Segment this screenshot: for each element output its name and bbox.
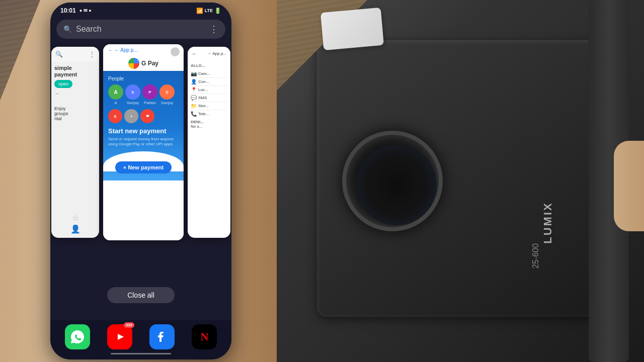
right-card-content: ALLO... 📷 Cam... 👤 Con... 📍 Loc...	[188, 60, 230, 132]
avatar-Pallabi: P Pallabi	[142, 84, 157, 105]
facebook-icon[interactable]	[149, 324, 175, 349]
deny-label: DENI...	[191, 120, 227, 124]
avatar-red2[interactable]: ❤	[140, 109, 154, 123]
search-bar[interactable]: 🔍 Search ⋮	[56, 20, 225, 39]
camera-body: LUMIX 25-600	[317, 40, 619, 317]
netflix-icon[interactable]: N	[192, 324, 217, 349]
simple-line2: payment	[54, 71, 77, 77]
sms-label: SMS	[198, 96, 207, 100]
card-on-table	[320, 8, 384, 50]
avatar-sanjoy-icon[interactable]: S	[159, 84, 175, 100]
dock-netflix[interactable]: N	[192, 324, 217, 349]
gpay-logo-row: G Pay	[103, 56, 184, 71]
gpay-blue-section: People A A S Sanjay	[103, 71, 184, 180]
avatar-A-name: A	[114, 101, 117, 105]
gpay-card-content: ← ← App p... G Pay	[103, 44, 184, 240]
avatar-red[interactable]: S	[108, 109, 122, 123]
camera-brand-label: LUMIX	[541, 202, 554, 243]
close-all-section: Close all	[50, 283, 231, 307]
recent-apps-area: 🔍 ⋮ simple payment open → Enjoygroupsnta…	[50, 42, 231, 283]
card-menu-icon: ⋮	[89, 51, 95, 58]
telephone-icon: 📞	[191, 111, 197, 117]
new-payment-container: + New payment	[108, 159, 179, 175]
back-label: ← App p...	[114, 47, 138, 53]
finger-right	[614, 141, 644, 231]
back-arrow-icon: ←	[108, 47, 113, 53]
avatar-Sanjoy: S Sanjoy	[159, 84, 175, 105]
whatsapp-icon[interactable]	[65, 324, 90, 349]
sms-permission[interactable]: 💬 SMS	[191, 94, 227, 102]
dock-facebook[interactable]	[149, 324, 175, 349]
storage-label: Stor...	[198, 104, 209, 108]
left-card-content: simple payment open → Enjoygroupsntal	[51, 62, 99, 124]
phone-screen: 10:01 ● ✉ ● 📶 LTE 🔋 🔍 Search ⋮ 🔍	[50, 3, 231, 359]
camera-permission[interactable]: 📷 Cam...	[191, 70, 227, 78]
google-g-icon	[128, 58, 139, 69]
telephone-label: Tele...	[198, 112, 209, 116]
people-row: A A S Sanjay P Pallabi	[108, 84, 179, 105]
avatar-gray[interactable]: +	[124, 109, 138, 123]
status-right: 📶 LTE 🔋	[196, 8, 221, 14]
contacts-icon: 👤	[191, 79, 197, 84]
gpay-title: G Pay	[141, 60, 158, 67]
contacts-label: Con...	[198, 79, 209, 84]
back-icon-right: ←	[192, 51, 197, 56]
camera-background: LUMIX 25-600	[267, 0, 644, 362]
location-label: Loc...	[198, 87, 208, 92]
youtube-icon[interactable]	[107, 324, 132, 349]
allow-label: ALLO...	[191, 63, 227, 68]
avatar-pallabi-icon[interactable]: P	[142, 84, 157, 100]
avatar-sanjoy-name: Sanjoy	[161, 101, 173, 105]
youtube-badge: 335	[124, 322, 134, 328]
telephone-permission[interactable]: 📞 Tele...	[191, 110, 227, 118]
navigation-bar	[50, 349, 231, 359]
more-options-icon[interactable]: ⋮	[209, 24, 218, 35]
card-header-left: 🔍 ⋮	[51, 47, 99, 62]
phone-notch	[116, 3, 166, 10]
camera-label: Cam...	[198, 71, 210, 76]
search-placeholder[interactable]: Search	[76, 25, 205, 34]
star-icon-left: ☆	[72, 213, 79, 223]
card-header-right: ← ← App p...	[188, 47, 230, 60]
app-card-gpay[interactable]: ← ← App p... G Pay	[103, 44, 184, 240]
people-label: People	[108, 76, 179, 81]
home-gesture-bar[interactable]	[111, 353, 171, 354]
battery-icon: 🔋	[214, 8, 221, 14]
app-card-right[interactable]: ← ← App p... ALLO... 📷 Cam... 👤 Con...	[188, 47, 230, 238]
open-button[interactable]: open	[54, 80, 72, 88]
new-payment-button[interactable]: + New payment	[115, 161, 172, 173]
contacts-permission[interactable]: 👤 Con...	[191, 78, 227, 86]
app-card-left[interactable]: 🔍 ⋮ simple payment open → Enjoygroupsnta…	[51, 47, 99, 238]
sms-icon: 💬	[191, 95, 197, 101]
person-icon-left: 👤	[70, 224, 80, 234]
start-payment-desc: Send or request money from anyone using …	[108, 137, 179, 147]
simple-line1: simple	[54, 65, 72, 71]
camera-lens	[342, 131, 443, 231]
phone-device: 10:01 ● ✉ ● 📶 LTE 🔋 🔍 Search ⋮ 🔍	[50, 3, 231, 359]
enjoy-text: Enjoygroupsntal	[54, 106, 96, 121]
gpay-back-button[interactable]: ← ← App p...	[108, 47, 138, 53]
back-label-right: ← App p...	[208, 51, 226, 56]
simple-text: simple payment	[54, 65, 96, 78]
dock-whatsapp[interactable]	[65, 324, 90, 349]
storage-permission[interactable]: 📁 Stor...	[191, 102, 227, 110]
avatar-A-icon[interactable]: A	[108, 84, 123, 100]
avatar-A: A A	[108, 84, 123, 105]
close-all-button[interactable]: Close all	[107, 287, 175, 303]
start-payment-title: Start new payment	[108, 127, 179, 135]
no-label: No s...	[191, 124, 227, 129]
gpay-close-icon[interactable]	[171, 47, 180, 56]
search-icon: 🔍	[63, 25, 72, 33]
dock-youtube[interactable]: 335	[107, 324, 132, 349]
card-search-icon: 🔍	[55, 51, 63, 58]
location-icon: 📍	[191, 87, 197, 93]
avatar-sanjay-name: Sanjay	[127, 101, 139, 105]
signal-icon: LTE	[205, 8, 213, 13]
avatar-pallabi-name: Pallabi	[144, 101, 156, 105]
location-permission[interactable]: 📍 Loc...	[191, 86, 227, 94]
people-section: People A A S Sanjay	[108, 76, 179, 105]
avatar-sanjay-icon[interactable]: S	[125, 84, 140, 100]
time-display: 10:01	[60, 7, 76, 14]
second-avatars-row: S + ❤	[108, 109, 179, 123]
notification-icons: ● ✉ ●	[79, 8, 92, 13]
